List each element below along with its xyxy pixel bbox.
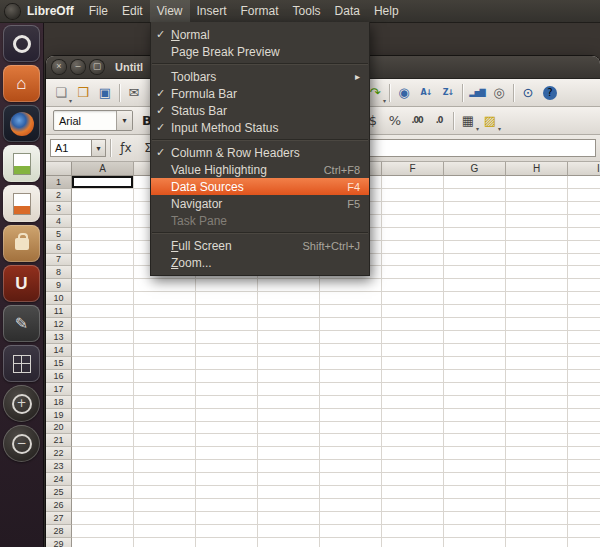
cell-g10[interactable] — [444, 292, 506, 305]
cell-d27[interactable] — [258, 512, 320, 525]
cell-e9[interactable] — [320, 279, 382, 292]
cell-g14[interactable] — [444, 344, 506, 357]
cell-a27[interactable] — [72, 512, 134, 525]
cell-f6[interactable] — [382, 241, 444, 254]
cell-d10[interactable] — [258, 292, 320, 305]
font-name-dropdown-icon[interactable]: ▾ — [116, 111, 132, 130]
cell-e17[interactable] — [320, 383, 382, 396]
cell-a1[interactable] — [72, 176, 134, 189]
cell-g16[interactable] — [444, 370, 506, 383]
cell-c16[interactable] — [196, 370, 258, 383]
cell-a3[interactable] — [72, 202, 134, 215]
cell-f2[interactable] — [382, 189, 444, 202]
row-header-22[interactable]: 22 — [46, 447, 72, 460]
launcher-dash-home[interactable] — [3, 25, 40, 62]
cell-a5[interactable] — [72, 228, 134, 241]
cell-a2[interactable] — [72, 189, 134, 202]
cell-f29[interactable] — [382, 538, 444, 547]
menu-item-data-sources[interactable]: Data SourcesF4 — [151, 178, 369, 195]
launcher-home-folder[interactable]: ⌂ — [3, 65, 40, 102]
cell-b26[interactable] — [134, 499, 196, 512]
cell-h10[interactable] — [506, 292, 568, 305]
cell-i17[interactable] — [568, 383, 600, 396]
cell-e10[interactable] — [320, 292, 382, 305]
cell-h19[interactable] — [506, 409, 568, 422]
cell-g26[interactable] — [444, 499, 506, 512]
new-document-button[interactable]: ❏▾ — [50, 82, 72, 104]
menu-item-full-screen[interactable]: Full ScreenShift+Ctrl+J — [151, 237, 369, 254]
cell-i8[interactable] — [568, 266, 600, 279]
cell-h1[interactable] — [506, 176, 568, 189]
cell-f3[interactable] — [382, 202, 444, 215]
cell-g8[interactable] — [444, 266, 506, 279]
cell-a29[interactable] — [72, 538, 134, 547]
cell-b14[interactable] — [134, 344, 196, 357]
cell-c15[interactable] — [196, 357, 258, 370]
cell-g6[interactable] — [444, 241, 506, 254]
cell-h24[interactable] — [506, 473, 568, 486]
launcher-zoom-out[interactable]: − — [3, 425, 40, 462]
cell-i24[interactable] — [568, 473, 600, 486]
cell-i5[interactable] — [568, 228, 600, 241]
cell-a17[interactable] — [72, 383, 134, 396]
cell-e29[interactable] — [320, 538, 382, 547]
row-header-26[interactable]: 26 — [46, 499, 72, 512]
cell-c29[interactable] — [196, 538, 258, 547]
menu-item-input-method-status[interactable]: ✓Input Method Status — [151, 119, 369, 136]
cell-a4[interactable] — [72, 215, 134, 228]
cell-i19[interactable] — [568, 409, 600, 422]
cell-d26[interactable] — [258, 499, 320, 512]
cell-a25[interactable] — [72, 486, 134, 499]
sort-ascending-button[interactable]: A↓ — [415, 82, 437, 104]
row-header-7[interactable]: 7 — [46, 254, 72, 267]
row-header-8[interactable]: 8 — [46, 266, 72, 279]
cell-d20[interactable] — [258, 422, 320, 435]
cell-e28[interactable] — [320, 525, 382, 538]
cell-d24[interactable] — [258, 473, 320, 486]
cell-f7[interactable] — [382, 254, 444, 267]
cell-h13[interactable] — [506, 331, 568, 344]
launcher-ubuntu-one[interactable]: U — [3, 265, 40, 302]
row-header-5[interactable]: 5 — [46, 228, 72, 241]
cell-i28[interactable] — [568, 525, 600, 538]
cell-b24[interactable] — [134, 473, 196, 486]
cell-f13[interactable] — [382, 331, 444, 344]
name-box-dropdown-icon[interactable]: ▾ — [92, 139, 106, 157]
cell-e22[interactable] — [320, 447, 382, 460]
menu-format[interactable]: Format — [234, 0, 286, 22]
cell-d15[interactable] — [258, 357, 320, 370]
row-header-17[interactable]: 17 — [46, 383, 72, 396]
cell-b12[interactable] — [134, 318, 196, 331]
row-header-12[interactable]: 12 — [46, 318, 72, 331]
cell-g2[interactable] — [444, 189, 506, 202]
cell-g4[interactable] — [444, 215, 506, 228]
cell-h26[interactable] — [506, 499, 568, 512]
cell-b21[interactable] — [134, 434, 196, 447]
cell-h15[interactable] — [506, 357, 568, 370]
cell-f28[interactable] — [382, 525, 444, 538]
cell-g27[interactable] — [444, 512, 506, 525]
cell-e19[interactable] — [320, 409, 382, 422]
cell-g7[interactable] — [444, 254, 506, 267]
launcher-libreoffice-calc[interactable] — [3, 145, 40, 182]
cell-g1[interactable] — [444, 176, 506, 189]
cell-e27[interactable] — [320, 512, 382, 525]
cell-a23[interactable] — [72, 460, 134, 473]
cell-g13[interactable] — [444, 331, 506, 344]
cell-i3[interactable] — [568, 202, 600, 215]
cell-h5[interactable] — [506, 228, 568, 241]
cell-b25[interactable] — [134, 486, 196, 499]
delete-decimal-button[interactable]: .0 — [428, 110, 450, 132]
cell-a22[interactable] — [72, 447, 134, 460]
cell-a6[interactable] — [72, 241, 134, 254]
cell-i22[interactable] — [568, 447, 600, 460]
menu-item-toolbars[interactable]: Toolbars▸ — [151, 68, 369, 85]
cell-g20[interactable] — [444, 422, 506, 435]
cell-g3[interactable] — [444, 202, 506, 215]
minimize-button[interactable]: – — [71, 60, 85, 74]
cell-e23[interactable] — [320, 460, 382, 473]
cell-a20[interactable] — [72, 422, 134, 435]
column-header-h[interactable]: H — [506, 162, 568, 176]
cell-h29[interactable] — [506, 538, 568, 547]
cell-c28[interactable] — [196, 525, 258, 538]
